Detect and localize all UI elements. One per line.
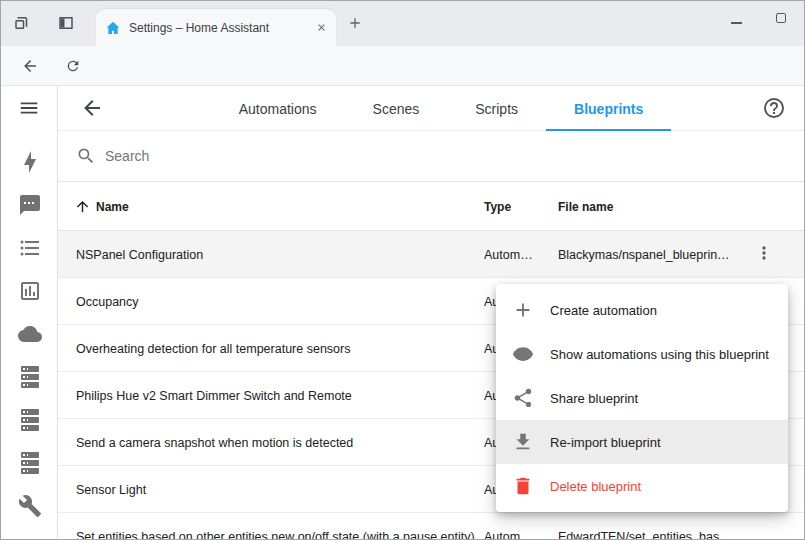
row-name: Occupancy	[76, 278, 480, 325]
settings-tabs: Automations Scenes Scripts Blueprints	[168, 86, 714, 131]
table-row[interactable]: Set entities based on other entities new…	[58, 513, 804, 539]
tab-blueprints[interactable]: Blueprints	[546, 86, 671, 131]
lightning-icon[interactable]	[18, 150, 42, 174]
plus-icon	[512, 299, 534, 321]
row-name: NSPanel Configuration	[76, 231, 480, 278]
new-tab-button[interactable]	[347, 15, 363, 31]
tab-close-icon[interactable]	[316, 22, 327, 33]
column-header-name[interactable]: Name	[74, 182, 129, 231]
menu-item-label: Share blueprint	[550, 391, 638, 406]
row-name: Set entities based on other entities new…	[76, 513, 480, 539]
tab-strip: Settings – Home Assistant	[1, 1, 804, 46]
eye-icon	[512, 343, 534, 365]
menu-item-show-automations[interactable]: Show automations using this blueprint	[496, 332, 788, 376]
row-name: Overheating detection for all temperatur…	[76, 325, 480, 372]
tab-scenes[interactable]: Scenes	[345, 86, 448, 131]
row-name: Sensor Light	[76, 466, 480, 513]
workspaces-icon[interactable]	[13, 14, 31, 32]
context-menu: Create automation Show automations using…	[496, 284, 788, 512]
sidebar	[1, 86, 58, 539]
column-header-file[interactable]: File name	[558, 182, 613, 231]
row-file: EdwardTEN/set_entities_bas…	[558, 513, 756, 539]
row-type: Autom…	[484, 513, 554, 539]
search-icon	[76, 146, 96, 166]
row-type: Autom…	[484, 231, 554, 278]
chart-icon[interactable]	[18, 279, 42, 303]
search-input[interactable]	[105, 148, 804, 164]
menu-item-share-blueprint[interactable]: Share blueprint	[496, 376, 788, 420]
server-icon[interactable]	[18, 408, 42, 432]
main-content: Automations Scenes Scripts Blueprints	[58, 86, 804, 539]
menu-item-label: Create automation	[550, 303, 657, 318]
vertical-tabs-icon[interactable]	[57, 14, 75, 32]
server-icon[interactable]	[18, 451, 42, 475]
wrench-icon[interactable]	[18, 494, 42, 518]
tab-scripts[interactable]: Scripts	[447, 86, 546, 131]
settings-header: Automations Scenes Scripts Blueprints	[58, 86, 804, 131]
chat-icon[interactable]	[18, 193, 42, 217]
list-icon[interactable]	[18, 236, 42, 260]
tab-automations[interactable]: Automations	[211, 86, 345, 131]
row-overflow-menu-icon[interactable]	[754, 243, 774, 263]
share-icon	[512, 387, 534, 409]
row-name: Send a camera snapshot when motion is de…	[76, 419, 480, 466]
back-icon[interactable]	[21, 57, 39, 75]
row-file: Blackymas/nspanel_blueprin…	[558, 231, 756, 278]
server-icon[interactable]	[18, 365, 42, 389]
home-assistant-favicon	[105, 20, 121, 36]
download-icon	[512, 431, 534, 453]
refresh-icon[interactable]	[65, 58, 81, 74]
home-assistant-app: Automations Scenes Scripts Blueprints	[1, 86, 804, 539]
row-name: Philips Hue v2 Smart Dimmer Switch and R…	[76, 372, 480, 419]
back-arrow-icon[interactable]	[80, 96, 104, 120]
browser-window: Settings – Home Assistant Not secure hom…	[0, 0, 805, 540]
table-header: Name Type File name	[58, 182, 804, 231]
search-bar	[58, 131, 804, 182]
menu-item-label: Re-import blueprint	[550, 435, 661, 450]
table-row[interactable]: NSPanel Configuration Autom… Blackymas/n…	[58, 231, 804, 278]
tab-title: Settings – Home Assistant	[129, 21, 310, 35]
minimize-button[interactable]	[731, 22, 742, 24]
column-label: Name	[96, 200, 129, 214]
maximize-button[interactable]	[776, 13, 786, 23]
browser-tab[interactable]: Settings – Home Assistant	[96, 9, 336, 46]
menu-item-create-automation[interactable]: Create automation	[496, 288, 788, 332]
sort-ascending-icon	[74, 198, 91, 215]
menu-item-reimport-blueprint[interactable]: Re-import blueprint	[496, 420, 788, 464]
column-header-type[interactable]: Type	[484, 182, 511, 231]
menu-icon[interactable]	[18, 97, 40, 119]
cloud-icon[interactable]	[18, 322, 42, 346]
browser-toolbar: Not secure homeassistant.local:8123/... …	[1, 46, 804, 86]
menu-item-label: Show automations using this blueprint	[550, 347, 769, 362]
menu-item-delete-blueprint[interactable]: Delete blueprint	[496, 464, 788, 508]
delete-icon	[512, 475, 534, 497]
help-icon[interactable]	[762, 96, 786, 120]
menu-item-label: Delete blueprint	[550, 479, 641, 494]
